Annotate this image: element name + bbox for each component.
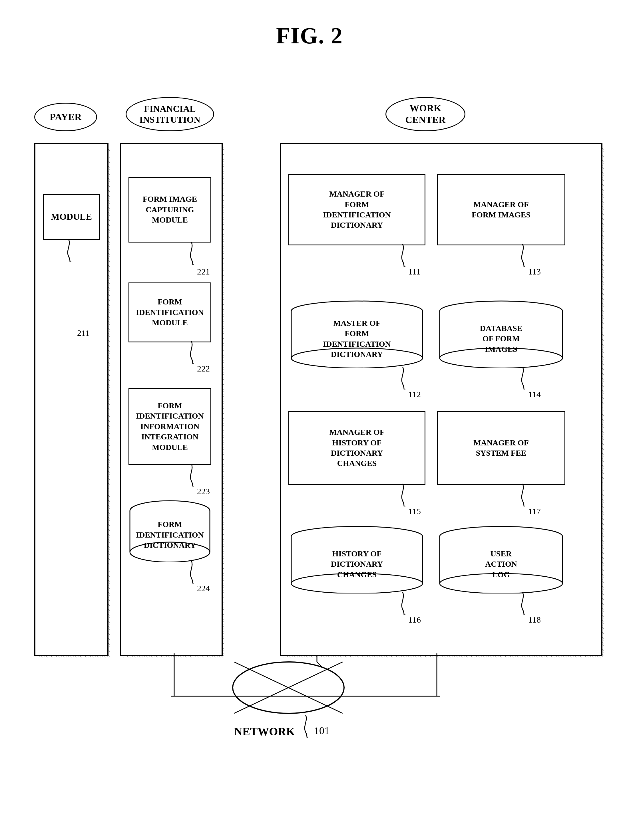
user-action-log-cylinder: USERACTIONLOG xyxy=(437,525,565,594)
wc-to-network-line xyxy=(434,653,440,696)
form-id-dictionary-cylinder: FORMIDENTIFICATIONDICTIONARY xyxy=(129,499,211,562)
network-label: NETWORK xyxy=(234,725,295,738)
ref-223: 223 xyxy=(197,486,210,496)
connector-111 xyxy=(400,244,423,267)
manager-form-id-dictionary: MANAGER OFFORMIDENTIFICATIONDICTIONARY xyxy=(289,174,425,245)
ref-221: 221 xyxy=(197,267,210,276)
payer-ref: 211 xyxy=(77,328,90,338)
history-dict-changes-cylinder: HISTORY OFDICTIONARYCHANGES xyxy=(289,525,425,594)
connector-118 xyxy=(520,592,543,615)
network-ref: 101 xyxy=(314,725,329,737)
ref-116: 116 xyxy=(408,615,421,625)
payer-connector xyxy=(66,239,88,262)
payer-module: MODULE xyxy=(43,194,100,240)
ref-115: 115 xyxy=(408,506,421,516)
ref-224: 224 xyxy=(197,583,210,593)
ref-112: 112 xyxy=(408,389,421,399)
horiz-network-line xyxy=(171,693,440,699)
connector-113 xyxy=(520,244,543,267)
payer-oval: PAYER xyxy=(34,103,97,131)
connector-223 xyxy=(188,464,211,486)
connector-117 xyxy=(520,483,543,506)
financial-oval: FINANCIAL INSTITUTION xyxy=(126,97,214,131)
manager-form-images: MANAGER OFFORM IMAGES xyxy=(437,174,565,245)
network-oval xyxy=(231,659,345,716)
ref-111: 111 xyxy=(408,267,420,276)
connector-116 xyxy=(400,592,423,615)
connector-221 xyxy=(188,242,211,265)
ref-117: 117 xyxy=(528,506,541,516)
page-title: FIG. 2 xyxy=(0,0,619,66)
connector-115 xyxy=(400,483,423,506)
manager-history-dict-changes: MANAGER OFHISTORY OFDICTIONARYCHANGES xyxy=(289,411,425,485)
form-identification-module: FORMIDENTIFICATIONMODULE xyxy=(129,282,211,342)
ref-118: 118 xyxy=(528,615,541,625)
connector-224 xyxy=(188,561,211,583)
ref-114: 114 xyxy=(528,389,541,399)
form-image-capturing-module: FORM IMAGECAPTURINGMODULE xyxy=(129,177,211,243)
manager-system-fee: MANAGER OFSYSTEM FEE xyxy=(437,411,565,485)
ref-113: 113 xyxy=(528,267,541,276)
workcenter-oval: WORK CENTER xyxy=(386,97,465,131)
diagram-area: PAYER MODULE 211 FINANCIAL INSTITUTION F… xyxy=(17,86,602,812)
master-form-id-dictionary: MASTER OFFORMIDENTIFICATIONDICTIONARY xyxy=(289,300,425,368)
database-form-images: DATABASEOF FORMIMAGES xyxy=(437,300,565,368)
form-id-info-integration-module: FORMIDENTIFICATIONINFORMATIONINTEGRATION… xyxy=(129,388,211,465)
fin-to-network-line xyxy=(171,653,177,696)
connector-222 xyxy=(188,341,211,364)
ref-222: 222 xyxy=(197,364,210,373)
connector-112 xyxy=(400,367,423,389)
connector-114 xyxy=(520,367,543,389)
